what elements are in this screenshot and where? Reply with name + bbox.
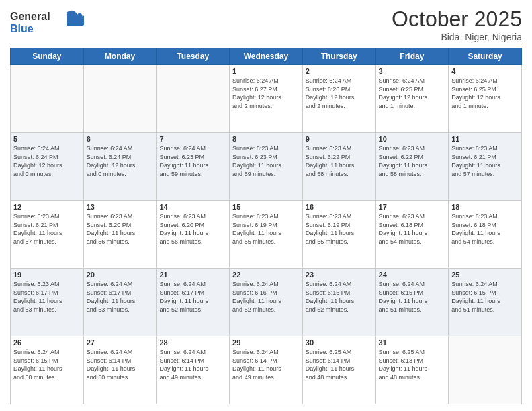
day-info: Sunrise: 6:23 AM Sunset: 6:21 PM Dayligh… — [13, 212, 81, 246]
calendar-cell: 14Sunrise: 6:23 AM Sunset: 6:20 PM Dayli… — [157, 201, 230, 269]
calendar-cell: 17Sunrise: 6:23 AM Sunset: 6:18 PM Dayli… — [375, 201, 449, 269]
day-number: 24 — [379, 271, 446, 279]
calendar-cell: 27Sunrise: 6:24 AM Sunset: 6:14 PM Dayli… — [83, 336, 157, 404]
day-info: Sunrise: 6:23 AM Sunset: 6:19 PM Dayligh… — [306, 212, 373, 246]
day-info: Sunrise: 6:23 AM Sunset: 6:23 PM Dayligh… — [232, 144, 300, 178]
day-number: 17 — [379, 203, 446, 211]
day-info: Sunrise: 6:24 AM Sunset: 6:24 PM Dayligh… — [13, 144, 81, 178]
day-number: 22 — [232, 271, 300, 279]
day-number: 29 — [232, 338, 300, 347]
calendar-cell: 9Sunrise: 6:23 AM Sunset: 6:22 PM Daylig… — [302, 133, 375, 201]
day-info: Sunrise: 6:24 AM Sunset: 6:17 PM Dayligh… — [159, 280, 226, 314]
day-number: 8 — [232, 135, 300, 143]
day-info: Sunrise: 6:23 AM Sunset: 6:21 PM Dayligh… — [451, 144, 519, 178]
day-number: 21 — [159, 271, 226, 279]
weekday-header-monday: Monday — [83, 48, 157, 65]
day-number: 26 — [13, 338, 81, 347]
day-info: Sunrise: 6:24 AM Sunset: 6:23 PM Dayligh… — [159, 144, 226, 178]
day-info: Sunrise: 6:24 AM Sunset: 6:14 PM Dayligh… — [87, 348, 154, 381]
day-number: 31 — [379, 338, 446, 347]
calendar-cell — [83, 65, 157, 133]
day-info: Sunrise: 6:24 AM Sunset: 6:15 PM Dayligh… — [13, 348, 81, 381]
calendar-cell: 25Sunrise: 6:24 AM Sunset: 6:15 PM Dayli… — [449, 269, 522, 336]
calendar-cell: 11Sunrise: 6:23 AM Sunset: 6:21 PM Dayli… — [449, 133, 522, 201]
day-info: Sunrise: 6:23 AM Sunset: 6:18 PM Dayligh… — [451, 212, 519, 246]
calendar-cell: 12Sunrise: 6:23 AM Sunset: 6:21 PM Dayli… — [11, 201, 84, 269]
day-info: Sunrise: 6:24 AM Sunset: 6:16 PM Dayligh… — [232, 280, 300, 314]
calendar-cell: 21Sunrise: 6:24 AM Sunset: 6:17 PM Dayli… — [157, 269, 230, 336]
weekday-header-row: SundayMondayTuesdayWednesdayThursdayFrid… — [11, 48, 522, 65]
weekday-header-wednesday: Wednesday — [230, 48, 303, 65]
day-info: Sunrise: 6:25 AM Sunset: 6:14 PM Dayligh… — [306, 348, 373, 381]
day-number: 9 — [306, 135, 373, 143]
day-number: 28 — [159, 338, 226, 347]
day-info: Sunrise: 6:24 AM Sunset: 6:15 PM Dayligh… — [451, 280, 519, 314]
weekday-header-saturday: Saturday — [449, 48, 522, 65]
day-number: 20 — [87, 271, 154, 279]
day-number: 19 — [13, 271, 81, 279]
calendar-cell: 2Sunrise: 6:24 AM Sunset: 6:26 PM Daylig… — [302, 65, 375, 133]
day-info: Sunrise: 6:23 AM Sunset: 6:20 PM Dayligh… — [159, 212, 226, 246]
day-number: 12 — [13, 203, 81, 211]
calendar-cell: 16Sunrise: 6:23 AM Sunset: 6:19 PM Dayli… — [302, 201, 375, 269]
day-info: Sunrise: 6:24 AM Sunset: 6:27 PM Dayligh… — [232, 77, 300, 110]
calendar-table: SundayMondayTuesdayWednesdayThursdayFrid… — [10, 48, 522, 404]
calendar-cell: 26Sunrise: 6:24 AM Sunset: 6:15 PM Dayli… — [11, 336, 84, 404]
day-number: 30 — [306, 338, 373, 347]
calendar-cell: 24Sunrise: 6:24 AM Sunset: 6:15 PM Dayli… — [375, 269, 449, 336]
calendar-week-2: 5Sunrise: 6:24 AM Sunset: 6:24 PM Daylig… — [11, 133, 522, 201]
title-section: October 2025 Bida, Niger, Nigeria — [392, 7, 522, 42]
day-number: 5 — [13, 135, 81, 143]
day-number: 6 — [87, 135, 154, 143]
calendar-cell: 13Sunrise: 6:23 AM Sunset: 6:20 PM Dayli… — [83, 201, 157, 269]
day-number: 4 — [451, 67, 519, 75]
weekday-header-tuesday: Tuesday — [157, 48, 230, 65]
calendar-week-1: 1Sunrise: 6:24 AM Sunset: 6:27 PM Daylig… — [11, 65, 522, 133]
day-info: Sunrise: 6:24 AM Sunset: 6:25 PM Dayligh… — [451, 77, 519, 110]
header: General Blue October 2025 Bida, Niger, N… — [10, 7, 522, 42]
calendar-cell: 5Sunrise: 6:24 AM Sunset: 6:24 PM Daylig… — [11, 133, 84, 201]
calendar-cell: 3Sunrise: 6:24 AM Sunset: 6:25 PM Daylig… — [375, 65, 449, 133]
calendar-cell: 15Sunrise: 6:23 AM Sunset: 6:19 PM Dayli… — [230, 201, 303, 269]
logo-text: General Blue — [10, 7, 84, 40]
day-number: 16 — [306, 203, 373, 211]
day-number: 7 — [159, 135, 226, 143]
svg-text:General: General — [10, 11, 50, 22]
calendar-cell: 8Sunrise: 6:23 AM Sunset: 6:23 PM Daylig… — [230, 133, 303, 201]
calendar-cell: 29Sunrise: 6:24 AM Sunset: 6:14 PM Dayli… — [230, 336, 303, 404]
day-info: Sunrise: 6:23 AM Sunset: 6:20 PM Dayligh… — [87, 212, 154, 246]
day-info: Sunrise: 6:23 AM Sunset: 6:22 PM Dayligh… — [306, 144, 373, 178]
calendar-week-3: 12Sunrise: 6:23 AM Sunset: 6:21 PM Dayli… — [11, 201, 522, 269]
calendar-week-5: 26Sunrise: 6:24 AM Sunset: 6:15 PM Dayli… — [11, 336, 522, 404]
calendar-cell: 18Sunrise: 6:23 AM Sunset: 6:18 PM Dayli… — [449, 201, 522, 269]
day-info: Sunrise: 6:24 AM Sunset: 6:26 PM Dayligh… — [306, 77, 373, 110]
calendar-cell: 31Sunrise: 6:25 AM Sunset: 6:13 PM Dayli… — [375, 336, 449, 404]
day-number: 25 — [451, 271, 519, 279]
calendar-cell: 10Sunrise: 6:23 AM Sunset: 6:22 PM Dayli… — [375, 133, 449, 201]
day-number: 18 — [451, 203, 519, 211]
day-info: Sunrise: 6:24 AM Sunset: 6:25 PM Dayligh… — [379, 77, 446, 110]
day-info: Sunrise: 6:24 AM Sunset: 6:14 PM Dayligh… — [232, 348, 300, 381]
calendar-cell: 22Sunrise: 6:24 AM Sunset: 6:16 PM Dayli… — [230, 269, 303, 336]
day-number: 23 — [306, 271, 373, 279]
day-number: 13 — [87, 203, 154, 211]
calendar-cell — [449, 336, 522, 404]
weekday-header-thursday: Thursday — [302, 48, 375, 65]
svg-text:Blue: Blue — [10, 23, 34, 34]
day-info: Sunrise: 6:24 AM Sunset: 6:17 PM Dayligh… — [87, 280, 154, 314]
calendar-cell: 23Sunrise: 6:24 AM Sunset: 6:16 PM Dayli… — [302, 269, 375, 336]
weekday-header-sunday: Sunday — [11, 48, 84, 65]
calendar-week-4: 19Sunrise: 6:23 AM Sunset: 6:17 PM Dayli… — [11, 269, 522, 336]
calendar-cell — [11, 65, 84, 133]
day-info: Sunrise: 6:24 AM Sunset: 6:16 PM Dayligh… — [306, 280, 373, 314]
day-info: Sunrise: 6:25 AM Sunset: 6:13 PM Dayligh… — [379, 348, 446, 381]
calendar-cell: 4Sunrise: 6:24 AM Sunset: 6:25 PM Daylig… — [449, 65, 522, 133]
day-number: 11 — [451, 135, 519, 143]
weekday-header-friday: Friday — [375, 48, 449, 65]
day-info: Sunrise: 6:24 AM Sunset: 6:14 PM Dayligh… — [159, 348, 226, 381]
calendar-cell: 7Sunrise: 6:24 AM Sunset: 6:23 PM Daylig… — [157, 133, 230, 201]
month-title: October 2025 — [392, 7, 522, 32]
page: General Blue October 2025 Bida, Niger, N… — [0, 0, 532, 411]
calendar-cell: 30Sunrise: 6:25 AM Sunset: 6:14 PM Dayli… — [302, 336, 375, 404]
calendar-cell: 28Sunrise: 6:24 AM Sunset: 6:14 PM Dayli… — [157, 336, 230, 404]
